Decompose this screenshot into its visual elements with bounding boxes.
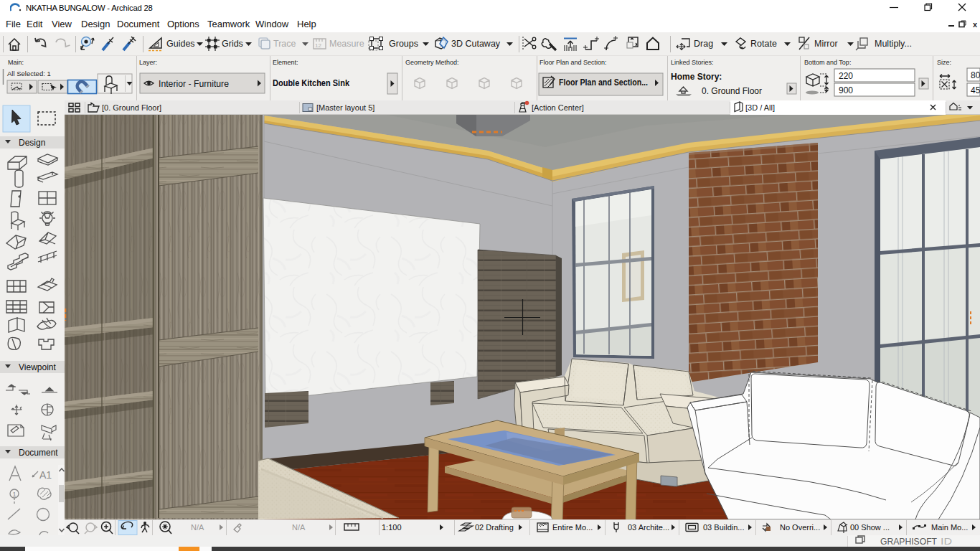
svg-text:GRAPHISOFT: GRAPHISOFT	[880, 536, 937, 547]
svg-text:3D Cutaway: 3D Cutaway	[451, 39, 501, 49]
svg-text:03 Archite...: 03 Archite...	[628, 523, 669, 532]
svg-text:Viewpoint: Viewpoint	[19, 362, 56, 372]
svg-text:Home Story:: Home Story:	[671, 72, 722, 82]
svg-text:Floor Plan and Section...: Floor Plan and Section...	[559, 77, 648, 88]
svg-text:Design: Design	[19, 138, 45, 148]
svg-text:45: 45	[971, 85, 980, 95]
svg-text:Rotate: Rotate	[750, 39, 777, 49]
svg-text:Drag: Drag	[694, 39, 713, 49]
svg-text:Entire Mo...: Entire Mo...	[552, 523, 593, 532]
svg-text:03 Buildin...: 03 Buildin...	[703, 523, 744, 532]
svg-text:Trace: Trace	[273, 39, 296, 49]
svg-text:Measure: Measure	[329, 39, 364, 49]
svg-text:Multiply...: Multiply...	[875, 39, 912, 49]
svg-text:Mirror: Mirror	[814, 39, 838, 49]
svg-text:Size:: Size:	[937, 59, 951, 66]
svg-text:x: x	[973, 20, 978, 29]
svg-text:1: 1	[13, 491, 17, 498]
svg-text:N/A: N/A	[191, 523, 204, 532]
svg-text:ID: ID	[941, 536, 952, 547]
svg-text:Guides: Guides	[166, 39, 195, 49]
svg-text:[Action Center]: [Action Center]	[532, 103, 584, 112]
svg-text:[3D / All]: [3D / All]	[745, 103, 775, 112]
svg-text:[Master layout 5]: [Master layout 5]	[316, 103, 374, 112]
svg-text:Double Kitchen Sink: Double Kitchen Sink	[273, 77, 350, 88]
svg-text:Floor Plan and Section:: Floor Plan and Section:	[540, 59, 607, 66]
svg-text:Layer:: Layer:	[139, 59, 157, 66]
svg-text:A1: A1	[39, 469, 52, 481]
svg-text:Grids: Grids	[222, 39, 243, 49]
svg-text:Element:: Element:	[273, 59, 298, 66]
svg-text:Main:: Main:	[8, 59, 24, 66]
svg-text:1:100: 1:100	[382, 523, 402, 532]
svg-text:Linked Stories:: Linked Stories:	[671, 59, 714, 66]
svg-text:All Selected: 1: All Selected: 1	[7, 70, 51, 77]
svg-text:[0. Ground Floor]: [0. Ground Floor]	[102, 103, 161, 112]
svg-text:02 Drafting: 02 Drafting	[475, 523, 514, 532]
svg-text:Main Mo...: Main Mo...	[931, 523, 968, 532]
svg-text:900: 900	[839, 85, 853, 95]
svg-text:Document: Document	[19, 448, 58, 458]
svg-text:220: 220	[839, 71, 853, 81]
svg-text:Bottom and Top:: Bottom and Top:	[804, 59, 851, 66]
svg-text:Interior - Furniture: Interior - Furniture	[159, 78, 229, 89]
svg-text:Geometry Method:: Geometry Method:	[405, 59, 459, 66]
svg-text:N/A: N/A	[292, 523, 306, 532]
svg-text:Groups: Groups	[389, 39, 418, 49]
svg-text:80: 80	[971, 70, 980, 80]
svg-text:No Overri...: No Overri...	[780, 523, 820, 532]
svg-text:0. Ground Floor: 0. Ground Floor	[702, 86, 762, 96]
svg-text:00 Show ...: 00 Show ...	[850, 523, 890, 532]
svg-text:12: 12	[315, 42, 321, 49]
